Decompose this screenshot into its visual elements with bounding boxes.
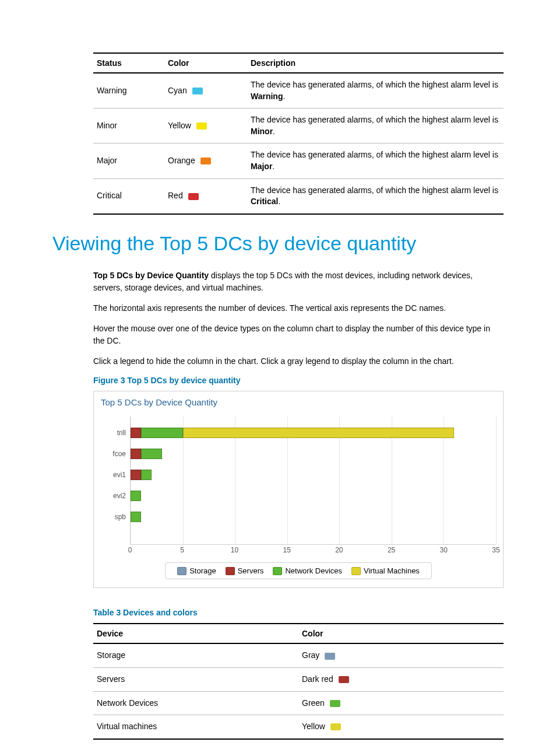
chart-plot-area: trillfcoeevi1evi2spb [130,416,496,545]
chart-xtick-label: 0 [128,546,132,554]
color-swatch-icon [325,653,335,660]
legend-item[interactable]: Virtual Machines [351,566,420,576]
color-cell: Cyan [164,73,247,108]
status-cell: Warning [93,73,164,108]
color-cell: Dark red [298,667,504,691]
color-cell: Green [298,691,504,715]
chart-bar-group [131,470,496,480]
legend-item[interactable]: Servers [226,566,264,576]
section-heading: Viewing the Top 5 DCs by device quantity [52,232,504,255]
table-row: WarningCyan The device has generated ala… [93,73,504,108]
th-color2: Color [298,624,504,643]
intro-paragraph-3: Hover the mouse over one of the device t… [93,323,504,347]
status-color-table: Status Color Description WarningCyan The… [93,52,504,215]
color-swatch-icon [330,700,340,707]
color-cell: Red [164,178,247,214]
figure-caption: Figure 3 Top 5 DCs by device quantity [93,376,504,385]
chart-bar-group [131,512,496,522]
color-cell: Yellow [298,715,504,739]
description-cell: The device has generated alarms, of whic… [247,144,504,178]
th-status: Status [93,53,164,73]
chart-bar-segment[interactable] [131,428,141,438]
table-row: Network DevicesGreen [93,691,504,715]
th-description: Description [247,53,504,73]
description-cell: The device has generated alarms, of whic… [247,108,504,144]
color-swatch-icon [188,193,199,200]
intro-paragraph-2: The horizontal axis represents the numbe… [93,302,504,314]
chart-xtick-label: 10 [231,546,238,554]
chart-legend: StorageServersNetwork DevicesVirtual Mac… [94,556,503,588]
device-cell: Network Devices [93,691,298,715]
chart-row: evi2 [131,488,496,504]
th-device: Device [93,624,298,643]
legend-label: Network Devices [285,566,342,575]
color-cell: Yellow [164,108,247,144]
color-swatch-icon [339,676,349,683]
legend-swatch-icon [177,567,186,575]
chart-bar-segment[interactable] [131,449,141,459]
table-row: StorageGray [93,643,504,667]
color-cell: Orange [164,144,247,178]
chart-xtick-label: 25 [388,546,395,554]
color-swatch-icon [192,88,203,94]
chart-bar-segment[interactable] [141,428,183,438]
intro-paragraph-4: Click a legend to hide the column in the… [93,355,504,368]
device-cell: Virtual machines [93,715,298,739]
table-row: ServersDark red [93,667,504,691]
legend-item[interactable]: Network Devices [273,566,342,576]
table-row: MinorYellow The device has generated ala… [93,108,504,144]
chart-bar-segment[interactable] [141,449,162,459]
chart-bar-segment[interactable] [131,470,141,480]
chart-xtick-label: 35 [492,546,499,554]
table-row: MajorOrange The device has generated ala… [93,144,504,178]
color-swatch-icon [196,123,207,130]
chart-bar-group [131,449,496,459]
chart-row: trill [131,425,496,441]
legend-label: Virtual Machines [364,566,420,575]
status-cell: Critical [93,178,164,214]
chart-row: fcoe [131,446,496,462]
legend-label: Servers [238,566,264,575]
chart-title: Top 5 DCs by Device Quantity [94,391,503,411]
devices-colors-table: Device Color StorageGray ServersDark red… [93,623,504,739]
table-row: CriticalRed The device has generated ala… [93,178,504,214]
chart-xtick-label: 20 [335,546,343,554]
legend-item[interactable]: Storage [177,566,216,576]
color-cell: Gray [298,643,504,667]
chart-xtick-label: 15 [283,546,290,554]
device-cell: Servers [93,667,298,691]
status-cell: Major [93,144,164,178]
status-cell: Minor [93,108,164,144]
chart-ytick-label: trill [103,429,126,437]
description-cell: The device has generated alarms, of whic… [247,73,504,108]
chart-ytick-label: evi1 [103,471,126,479]
table-row: Virtual machinesYellow [93,715,504,739]
chart-bar-segment[interactable] [183,428,455,438]
chart-bar-segment[interactable] [141,470,152,480]
chart-ytick-label: spb [103,513,126,521]
legend-swatch-icon [273,567,282,575]
chart-x-axis: 05101520253035 [130,545,496,556]
legend-label: Storage [189,566,216,575]
chart-row: spb [131,509,496,525]
intro-paragraph-1: Top 5 DCs by Device Quantity displays th… [93,270,504,294]
para1-bold: Top 5 DCs by Device Quantity [93,271,209,280]
legend-swatch-icon [351,567,361,575]
chart-bar-group [131,491,496,501]
color-swatch-icon [200,158,211,164]
table3-caption: Table 3 Devices and colors [93,608,504,617]
legend-swatch-icon [226,567,235,575]
chart-bar-segment[interactable] [131,491,141,501]
chart-bar-group [131,428,496,438]
chart-xtick-label: 5 [180,546,184,554]
color-swatch-icon [330,723,341,730]
chart-bar-segment[interactable] [131,512,141,522]
description-cell: The device has generated alarms, of whic… [247,178,504,214]
chart-gridline [496,416,497,544]
chart-row: evi1 [131,467,496,483]
chart-ytick-label: evi2 [103,492,126,500]
th-color: Color [164,53,247,73]
chart-xtick-label: 30 [440,546,448,554]
top5-dcs-chart: Top 5 DCs by Device Quantity trillfcoeev… [93,391,504,589]
device-cell: Storage [93,643,298,667]
